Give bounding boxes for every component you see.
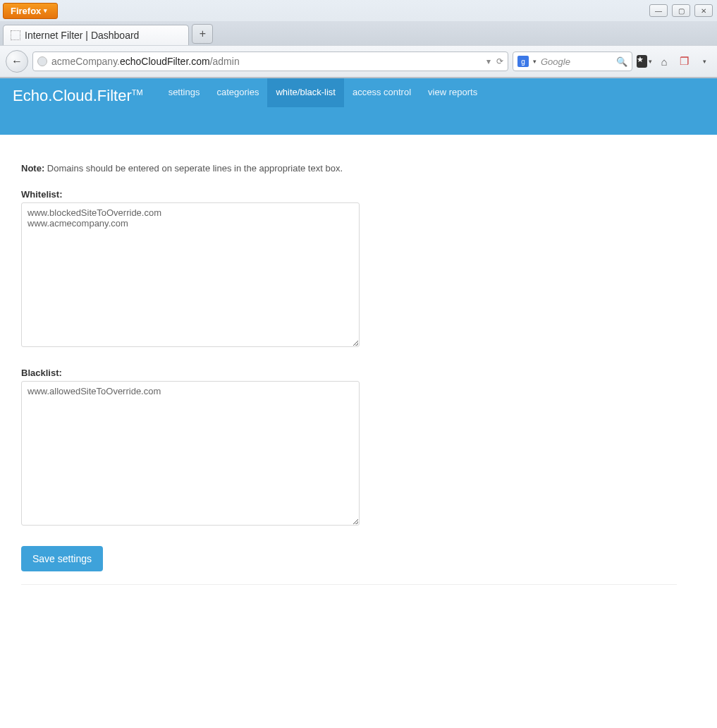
nav-access-control[interactable]: access control: [344, 78, 419, 107]
app-header: Echo.Cloud.FilterTM settings categories …: [0, 78, 717, 135]
page-icon: [11, 30, 20, 40]
browser-tab[interactable]: Internet Filter | Dashboard: [3, 25, 189, 45]
search-bar[interactable]: g ▾ Google 🔍: [513, 51, 632, 71]
overflow-menu-button[interactable]: [696, 54, 711, 69]
firefox-menu-button[interactable]: Firefox: [3, 3, 58, 19]
bookmarks-menu-button[interactable]: ★: [637, 54, 652, 69]
minimize-button[interactable]: —: [649, 4, 668, 17]
browser-chrome: Firefox — ▢ ✕ Internet Filter | Dashboar…: [0, 0, 717, 78]
maximize-button[interactable]: ▢: [672, 4, 690, 17]
window-controls: — ▢ ✕: [649, 4, 714, 17]
reload-icon[interactable]: ⟳: [496, 56, 503, 66]
whitelist-input[interactable]: [21, 202, 360, 347]
dropdown-icon[interactable]: ▾: [486, 56, 491, 66]
note-text: Note: Domains should be entered on seper…: [21, 163, 677, 174]
blacklist-input[interactable]: [21, 381, 360, 526]
nav-toolbar: ← acmeCompany.echoCloudFilter.com/admin …: [0, 45, 717, 78]
search-icon[interactable]: 🔍: [616, 56, 627, 67]
nav-view-reports[interactable]: view reports: [419, 78, 486, 107]
nav-categories[interactable]: categories: [208, 78, 267, 107]
home-button[interactable]: ⌂: [656, 54, 672, 69]
nav-white-black-list[interactable]: white/black-list: [267, 78, 344, 107]
search-engine-dropdown-icon[interactable]: ▾: [533, 58, 537, 65]
whitelist-field: Whitelist:: [21, 189, 677, 349]
tab-bar: Internet Filter | Dashboard +: [0, 21, 717, 45]
url-bar[interactable]: acmeCompany.echoCloudFilter.com/admin ▾ …: [32, 51, 508, 71]
blacklist-label: Blacklist:: [21, 368, 677, 378]
blacklist-field: Blacklist:: [21, 368, 677, 528]
search-placeholder: Google: [541, 56, 612, 67]
globe-icon: [37, 56, 47, 66]
tab-title: Internet Filter | Dashboard: [25, 30, 139, 41]
back-button[interactable]: ←: [6, 50, 28, 73]
brand-logo: Echo.Cloud.FilterTM: [13, 78, 160, 105]
actions-row: Save settings: [21, 546, 677, 585]
url-text: acmeCompany.echoCloudFilter.com/admin: [51, 56, 486, 67]
url-actions: ▾ ⟳: [486, 56, 503, 66]
close-button[interactable]: ✕: [694, 4, 713, 17]
save-button[interactable]: Save settings: [21, 546, 103, 571]
nav-settings[interactable]: settings: [160, 78, 209, 107]
titlebar: Firefox — ▢ ✕: [0, 0, 717, 21]
google-icon: g: [517, 56, 529, 67]
new-tab-button[interactable]: +: [192, 24, 213, 44]
bookmark-star-icon: ★: [637, 55, 647, 68]
page-content: Note: Domains should be entered on seper…: [0, 135, 698, 606]
whitelist-label: Whitelist:: [21, 189, 677, 200]
reader-button[interactable]: ❐: [676, 54, 692, 69]
main-nav: settings categories white/black-list acc…: [160, 78, 486, 107]
